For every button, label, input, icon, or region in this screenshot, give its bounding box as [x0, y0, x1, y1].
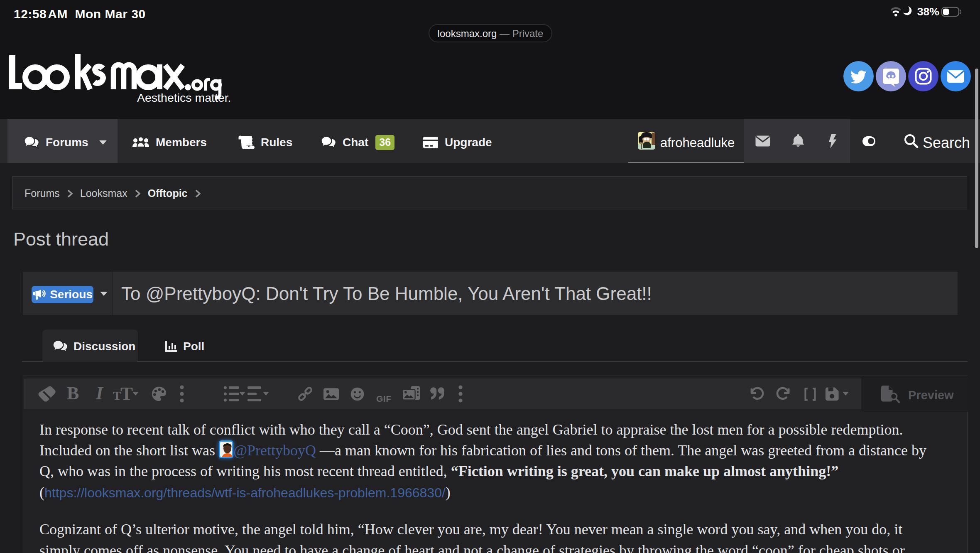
svg-text:38%: 38% — [917, 5, 939, 18]
svg-text:T: T — [113, 388, 121, 402]
svg-text:T: T — [120, 384, 133, 402]
